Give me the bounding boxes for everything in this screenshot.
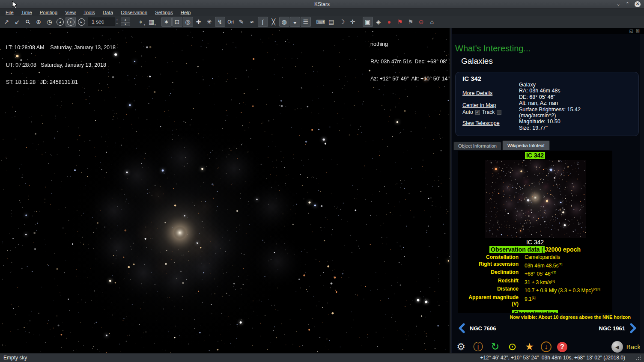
fits-viewer-icon[interactable]: ▤ — [326, 17, 337, 27]
moon-phase-icon[interactable]: ☽ — [337, 17, 347, 27]
menu-pointing[interactable]: Pointing — [36, 9, 62, 15]
infobox-row: Apparent magnitude (V)9.1[1] — [461, 294, 609, 308]
menu-data[interactable]: Data — [99, 9, 117, 15]
auto-label: Auto — [462, 109, 473, 115]
visibility-note: Now visible: About 10 degrees above the … — [452, 315, 638, 320]
reference-link[interactable]: [1] — [551, 279, 555, 283]
time-step-input[interactable]: 1 sec — [88, 18, 115, 26]
whats-interesting-icon[interactable]: ☰ — [301, 17, 311, 27]
infobox-row: Declination+68° 05′ 46″[1] — [461, 269, 609, 278]
visibility-eye-icon[interactable]: ⊙ — [507, 341, 518, 353]
geolocation-icon[interactable]: ⊕ — [33, 17, 44, 27]
snap-mode-icon[interactable]: ◈ — [373, 17, 384, 27]
back-button[interactable]: ◂Back — [611, 341, 641, 353]
toggle-horizontal-grid-icon[interactable]: ◍ — [279, 17, 289, 27]
toggle-constellation-art-icon[interactable]: ✎ — [236, 17, 247, 27]
time-stop-icon[interactable]: ‖ — [66, 17, 76, 27]
minimize-icon[interactable]: ⌄ — [617, 2, 620, 6]
flag-icon[interactable]: ⚑ — [405, 17, 416, 27]
toggle-ground-icon[interactable]: ◒ — [290, 17, 300, 27]
time-step-control: 1 sec+−▲▼ — [88, 18, 130, 26]
resize-grip[interactable] — [636, 356, 641, 360]
menu-time[interactable]: Time — [18, 9, 36, 15]
settings-gear-icon[interactable]: ⚙ — [455, 341, 467, 353]
slew-telescope-link[interactable]: Slew Telescope — [462, 120, 500, 126]
zoom-out-icon[interactable]: ↙ — [12, 17, 22, 27]
auto-checkbox[interactable]: ✓ — [475, 110, 480, 115]
lock-position-icon[interactable]: ▣ — [363, 17, 373, 27]
toggle-satellites-icon[interactable]: ✳ — [204, 17, 215, 27]
toggle-solar-system-icon[interactable]: ◎ — [183, 17, 193, 27]
toggle-supernovae-icon[interactable]: ✚ — [194, 17, 204, 27]
add-flag-icon[interactable]: ⚑ — [395, 17, 405, 27]
more-details-link[interactable]: More Details — [462, 90, 492, 96]
download-icon[interactable]: ↓ — [541, 341, 552, 352]
panel-scrollbar[interactable] — [640, 34, 644, 353]
infobox-row: ConstellationCamelopardalis — [461, 254, 609, 261]
zoom-in-icon: ↗ — [4, 18, 9, 25]
reference-link[interactable]: [1] — [552, 270, 556, 274]
pointing-icon[interactable]: ⌖▾ — [136, 17, 146, 27]
reference-link[interactable]: [2][3] — [593, 287, 600, 291]
set-time-icon[interactable]: ◷ — [44, 17, 54, 27]
dock-float-icon[interactable]: ◱ — [629, 29, 633, 33]
center-in-map-link[interactable]: Center in Map — [462, 102, 496, 108]
find-object-icon[interactable]: ⚲ — [23, 17, 33, 27]
menu-view[interactable]: View — [61, 9, 80, 15]
galaxy-thumbnail — [485, 160, 586, 238]
next-object-button[interactable]: NGC 1961 — [599, 323, 637, 333]
close-icon[interactable]: ✕ — [635, 1, 641, 7]
sky-map[interactable]: LT: 10:28:08 AM Saturday, January 13, 20… — [0, 28, 450, 353]
mouse-cursor — [12, 1, 18, 9]
toggle-deep-sky-objects-icon[interactable]: ⊡ — [172, 17, 182, 27]
reload-icon[interactable]: ↻ — [489, 341, 501, 353]
time-info: LT: 10:28:08 AM Saturday, January 13, 20… — [6, 33, 116, 97]
toggle-constellation-names-icon[interactable]: Ori — [226, 17, 236, 27]
prev-object-label: NGC 7606 — [470, 325, 496, 332]
menu-tools[interactable]: Tools — [80, 9, 99, 15]
remove-object-icon[interactable]: ⊖ — [416, 17, 426, 27]
menu-help[interactable]: Help — [177, 9, 195, 15]
reference-link[interactable]: [1] — [558, 262, 562, 266]
menu-file[interactable]: File — [2, 9, 18, 15]
record-script-icon[interactable]: ● — [384, 17, 394, 27]
window-title: KStars — [314, 1, 330, 7]
track-checkbox[interactable] — [497, 110, 501, 115]
toggle-equatorial-grid-icon[interactable]: ╳ — [268, 17, 279, 27]
whats-interesting-icon: ☰ — [303, 18, 308, 25]
dock-close-icon[interactable]: ☒ — [636, 29, 640, 33]
toggle-stars-icon[interactable]: ✶ — [161, 17, 172, 27]
toggle-constellation-lines-icon[interactable]: ↯ — [215, 17, 225, 27]
reference-link[interactable]: [1] — [532, 296, 536, 300]
indi-devices-icon[interactable]: ⌨ — [316, 17, 326, 27]
time-advance-icon[interactable]: ▸ — [76, 17, 86, 27]
favorite-star-icon[interactable]: ★ — [524, 341, 535, 353]
time-unit-up-down[interactable]: ▲▼ — [121, 18, 130, 26]
zoom-in-icon[interactable]: ↗ — [1, 17, 12, 27]
time-advance-icon: ▸ — [78, 18, 85, 26]
help-icon[interactable]: ? — [557, 342, 567, 352]
title-bar[interactable]: KStars ⌄ ⌃ ✕ — [0, 0, 644, 9]
center-telescope-icon[interactable]: ✛ — [348, 17, 358, 27]
menu-observation[interactable]: Observation — [117, 9, 151, 15]
toggle-constellation-boundaries-icon[interactable]: ≈ — [247, 17, 257, 27]
maximize-icon[interactable]: ⌃ — [626, 2, 629, 6]
tab-object-information[interactable]: Object Information — [453, 142, 501, 150]
object-details-icon[interactable]: ⓘ — [472, 341, 484, 353]
time-rewind-icon[interactable]: ◂ — [55, 17, 65, 27]
category-title: Galaxies — [461, 56, 644, 66]
menu-settings[interactable]: Settings — [151, 9, 177, 15]
capture-image-icon[interactable]: ▦▾ — [146, 17, 157, 27]
geolocation-icon: ⊕ — [36, 18, 41, 25]
prev-object-button[interactable]: NGC 7606 — [458, 323, 496, 333]
dome-icon[interactable]: ⌂ — [427, 17, 437, 27]
status-left: Empty sky — [3, 355, 27, 361]
observation-data-header: Observation data ( — [489, 246, 545, 253]
wikipedia-infobox[interactable]: IC 342 IC 342 Observation data (J2000 ep… — [458, 151, 612, 313]
tab-wikipedia-infotext[interactable]: Wikipedia Infotext — [502, 140, 550, 150]
toggle-milky-way-icon[interactable]: ∫ — [258, 17, 268, 27]
time-step-plus-minus[interactable]: +− — [115, 18, 119, 26]
dropdown-caret-icon: ▾ — [155, 23, 156, 26]
indi-devices-icon: ⌨ — [316, 18, 325, 25]
toggle-milky-way-icon: ∫ — [262, 18, 264, 25]
